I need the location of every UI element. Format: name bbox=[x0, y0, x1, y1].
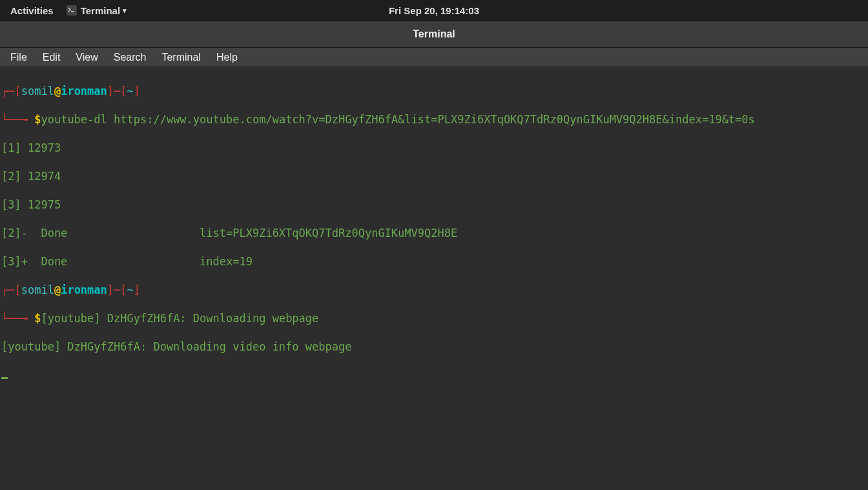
prompt-corner: ┌─[ bbox=[1, 85, 21, 97]
prompt-corner: ┌─[ bbox=[1, 283, 21, 296]
top-bar-app-menu[interactable]: Terminal ▾ bbox=[61, 3, 132, 19]
terminal-line: ┌─[somil@ironman]─[~] bbox=[1, 283, 867, 297]
prompt-path-open: [ bbox=[120, 85, 127, 97]
terminal-output-area[interactable]: ┌─[somil@ironman]─[~] └──╼ $youtube-dl h… bbox=[0, 67, 868, 399]
menu-file[interactable]: File bbox=[3, 49, 35, 66]
prompt-path-open: [ bbox=[120, 283, 127, 296]
prompt-sep: ─ bbox=[114, 283, 120, 296]
prompt-close: ] bbox=[107, 283, 114, 296]
window-titlebar[interactable]: Terminal bbox=[0, 21, 868, 48]
menu-terminal[interactable]: Terminal bbox=[154, 49, 208, 66]
prompt-user: somil bbox=[21, 85, 54, 97]
menubar: File Edit View Search Terminal Help bbox=[0, 48, 868, 67]
prompt-host: ironman bbox=[61, 283, 107, 296]
menu-edit[interactable]: Edit bbox=[35, 49, 68, 66]
prompt-at: @ bbox=[54, 85, 61, 97]
prompt-path-close: ] bbox=[134, 85, 140, 97]
cursor-icon bbox=[1, 377, 8, 379]
prompt-dollar: $ bbox=[34, 113, 41, 126]
activities-button[interactable]: Activities bbox=[5, 3, 59, 19]
prompt-user: somil bbox=[21, 283, 54, 296]
prompt-close: ] bbox=[107, 85, 114, 97]
terminal-line: [2]- Done list=PLX9Zi6XTqOKQ7TdRz0QynGIK… bbox=[1, 226, 867, 240]
menu-help[interactable]: Help bbox=[209, 49, 245, 66]
terminal-line: [3] 12975 bbox=[1, 198, 867, 212]
menu-search[interactable]: Search bbox=[106, 49, 154, 66]
prompt-arrow: └──╼ bbox=[1, 113, 34, 126]
gnome-top-bar: Activities Terminal ▾ Fri Sep 20, 19:14:… bbox=[0, 0, 868, 21]
terminal-line: └──╼ $[youtube] DzHGyfZH6fA: Downloading… bbox=[1, 311, 867, 325]
prompt-host: ironman bbox=[61, 85, 107, 97]
terminal-icon bbox=[67, 5, 77, 15]
terminal-line: [3]+ Done index=19 bbox=[1, 254, 867, 269]
terminal-line: [2] 12974 bbox=[1, 169, 867, 183]
prompt-path: ~ bbox=[127, 85, 134, 97]
command-text: youtube-dl https://www.youtube.com/watch… bbox=[41, 113, 754, 126]
prompt-at: @ bbox=[54, 283, 61, 296]
clock[interactable]: Fri Sep 20, 19:14:03 bbox=[389, 5, 479, 16]
prompt-sep: ─ bbox=[114, 85, 120, 97]
terminal-line: [1] 12973 bbox=[1, 141, 867, 155]
window-title: Terminal bbox=[413, 28, 455, 40]
prompt-arrow: └──╼ bbox=[1, 312, 34, 325]
prompt-dollar: $ bbox=[34, 312, 41, 325]
chevron-down-icon: ▾ bbox=[123, 6, 127, 15]
terminal-line: [youtube] DzHGyfZH6fA: Downloading video… bbox=[1, 340, 867, 354]
menu-view[interactable]: View bbox=[68, 49, 105, 66]
prompt-path-close: ] bbox=[134, 283, 140, 296]
svg-rect-0 bbox=[67, 5, 77, 15]
terminal-line: └──╼ $youtube-dl https://www.youtube.com… bbox=[1, 112, 867, 127]
prompt-path: ~ bbox=[127, 283, 134, 296]
output-text: [youtube] DzHGyfZH6fA: Downloading webpa… bbox=[41, 312, 318, 325]
cursor-line bbox=[1, 368, 867, 382]
top-bar-app-label: Terminal bbox=[81, 5, 120, 16]
terminal-line: ┌─[somil@ironman]─[~] bbox=[1, 84, 867, 98]
